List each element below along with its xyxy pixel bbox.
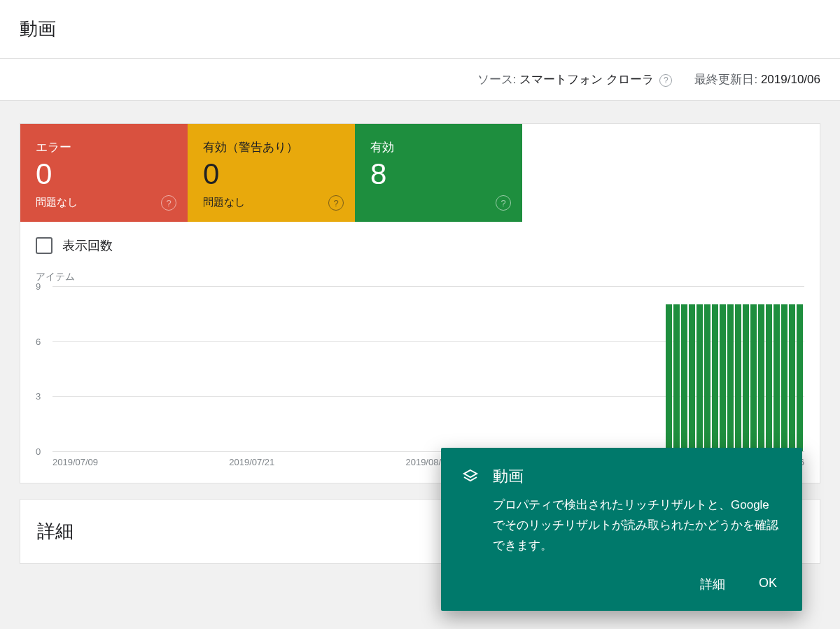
chart-bar xyxy=(735,304,741,451)
help-icon[interactable]: ? xyxy=(659,74,672,87)
tile-warning-value: 0 xyxy=(203,160,340,189)
popup-ok-button[interactable]: OK xyxy=(759,576,777,593)
chart-bar xyxy=(681,304,687,451)
chart-x-tick: 2019/07/09 xyxy=(52,457,98,467)
chart-y-tick: 6 xyxy=(36,336,41,346)
source-label: ソース: xyxy=(477,73,517,86)
chart-bar xyxy=(797,304,803,451)
chart-bar xyxy=(743,304,749,451)
chart-bar xyxy=(720,304,726,451)
page-title: 動画 xyxy=(20,17,820,41)
impressions-checkbox[interactable] xyxy=(36,237,52,254)
chart-y-tick: 9 xyxy=(36,281,41,292)
chart-x-tick: 2019/07/21 xyxy=(229,457,274,467)
tile-error-value: 0 xyxy=(36,160,172,189)
page-header: 動画 xyxy=(0,0,840,59)
tile-warning-label: 有効（警告あり） xyxy=(203,139,340,155)
popup-title: 動画 xyxy=(493,466,524,487)
tile-error-label: エラー xyxy=(36,139,172,155)
popup-body: プロパティで検出されたリッチリザルトと、Google でそのリッチリザルトが読み… xyxy=(493,495,781,556)
tile-valid[interactable]: 有効 8 ? xyxy=(355,124,522,222)
meta-bar: ソース: スマートフォン クローラ ? 最終更新日: 2019/10/06 xyxy=(0,59,840,101)
overview-card: エラー 0 問題なし ? 有効（警告あり） 0 問題なし ? 有効 8 ? 表示… xyxy=(20,123,820,483)
source-info: ソース: スマートフォン クローラ ? xyxy=(477,71,673,87)
updated-info: 最終更新日: 2019/10/06 xyxy=(694,71,820,87)
tile-warning[interactable]: 有効（警告あり） 0 問題なし ? xyxy=(188,124,355,222)
help-icon[interactable]: ? xyxy=(328,195,344,211)
chart-bar xyxy=(696,304,703,451)
tile-warning-sub: 問題なし xyxy=(203,196,340,209)
tile-error[interactable]: エラー 0 問題なし ? xyxy=(20,124,188,222)
chart-bar xyxy=(774,304,780,451)
chart-bar xyxy=(673,304,680,451)
chart-bar xyxy=(666,304,672,451)
layers-icon xyxy=(462,468,479,485)
chart-plot: 0369 xyxy=(52,286,804,451)
updated-label: 最終更新日: xyxy=(694,73,757,86)
chart-bar xyxy=(704,304,710,451)
chart-bar xyxy=(766,304,772,451)
updated-value: 2019/10/06 xyxy=(761,73,820,86)
popup-details-button[interactable]: 詳細 xyxy=(700,576,725,593)
chart-bar xyxy=(781,304,788,451)
help-icon[interactable]: ? xyxy=(496,195,511,211)
chart-bars xyxy=(666,304,803,451)
chart-y-tick: 3 xyxy=(36,391,41,402)
source-value: スマートフォン クローラ xyxy=(519,73,654,86)
info-popup: 動画 プロパティで検出されたリッチリザルトと、Google でそのリッチリザルト… xyxy=(441,448,802,602)
status-tiles: エラー 0 問題なし ? 有効（警告あり） 0 問題なし ? 有効 8 ? xyxy=(20,124,820,222)
chart-bar xyxy=(750,304,757,451)
chart-bar xyxy=(727,304,734,451)
help-icon[interactable]: ? xyxy=(161,195,176,211)
chart-bar xyxy=(689,304,695,451)
chart-axis-title: アイテム xyxy=(36,271,804,283)
chart-bar xyxy=(712,304,718,451)
tile-valid-label: 有効 xyxy=(370,139,507,155)
impressions-checkbox-label: 表示回数 xyxy=(62,237,113,254)
chart-bar xyxy=(789,304,795,451)
tile-error-sub: 問題なし xyxy=(36,196,172,209)
impressions-toggle-row: 表示回数 xyxy=(20,222,820,260)
chart-y-tick: 0 xyxy=(36,446,41,457)
tile-valid-value: 8 xyxy=(370,160,507,189)
chart-bar xyxy=(758,304,764,451)
chart-gridline xyxy=(52,286,804,287)
